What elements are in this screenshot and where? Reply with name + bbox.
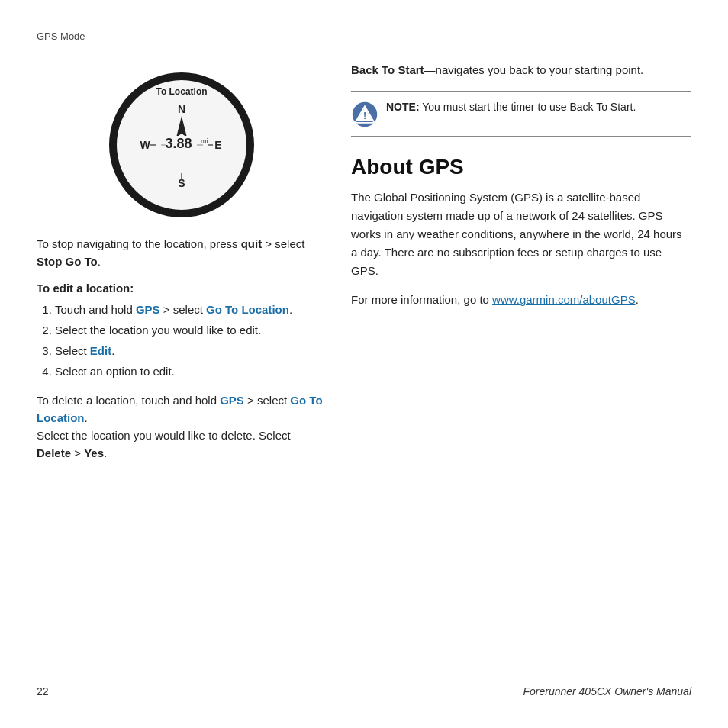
note-text: NOTE: You must start the timer to use Ba… bbox=[386, 99, 636, 115]
page-header: GPS Mode bbox=[37, 31, 691, 47]
manual-title: Forerunner 405CX Owner's Manual bbox=[523, 685, 691, 697]
svg-text:S: S bbox=[178, 177, 185, 189]
page: GPS Mode To Location N S E W bbox=[0, 0, 728, 728]
svg-text:To Location: To Location bbox=[156, 86, 207, 97]
left-column: To Location N S E W 3.88 mi bbox=[37, 61, 327, 676]
main-content: To Location N S E W 3.88 mi bbox=[37, 61, 691, 676]
svg-text:N: N bbox=[178, 103, 185, 115]
svg-text:E: E bbox=[214, 139, 221, 151]
right-column: Back To Start—navigates you back to your… bbox=[351, 61, 691, 676]
garmin-link[interactable]: www.garmin.com/aboutGPS bbox=[492, 293, 636, 306]
compass-wrapper: To Location N S E W 3.88 mi bbox=[37, 61, 327, 221]
compass-svg: To Location N S E W 3.88 mi bbox=[105, 61, 258, 221]
about-para-2: For more information, go to www.garmin.c… bbox=[351, 291, 691, 309]
section-title: GPS Mode bbox=[37, 31, 85, 42]
list-item: Touch and hold GPS > select Go To Locati… bbox=[55, 301, 327, 318]
edit-heading: To edit a location: bbox=[37, 282, 327, 295]
page-number: 22 bbox=[37, 685, 49, 697]
about-gps-heading: About GPS bbox=[351, 155, 691, 179]
page-footer: 22 Forerunner 405CX Owner's Manual bbox=[37, 676, 691, 697]
svg-text:W: W bbox=[140, 139, 150, 151]
note-icon: ! bbox=[351, 101, 378, 128]
svg-text:!: ! bbox=[363, 111, 366, 122]
svg-text:3.88: 3.88 bbox=[165, 136, 192, 151]
about-para-1: The Global Positioning System (GPS) is a… bbox=[351, 188, 691, 280]
delete-para: To delete a location, touch and hold GPS… bbox=[37, 391, 327, 462]
note-box: ! NOTE: You must start the timer to use … bbox=[351, 91, 691, 137]
edit-steps-list: Touch and hold GPS > select Go To Locati… bbox=[55, 301, 327, 381]
list-item: Select the location you would like to ed… bbox=[55, 321, 327, 339]
svg-text:mi: mi bbox=[201, 137, 208, 145]
list-item: Select Edit. bbox=[55, 342, 327, 359]
stop-para: To stop navigating to the location, pres… bbox=[37, 235, 327, 271]
back-to-start-para: Back To Start—navigates you back to your… bbox=[351, 61, 691, 79]
list-item: Select an option to edit. bbox=[55, 362, 327, 380]
